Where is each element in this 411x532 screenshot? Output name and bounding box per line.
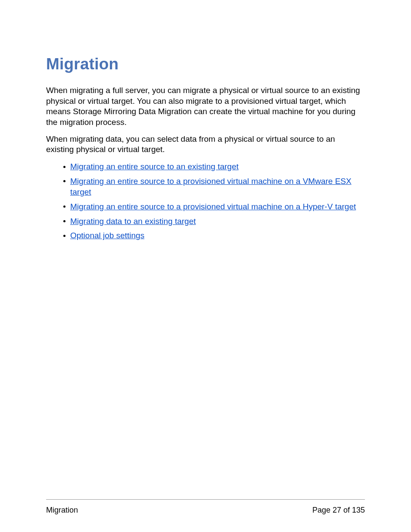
link-migrate-vmware-esx[interactable]: Migrating an entire source to a provisio… bbox=[70, 177, 352, 197]
link-migrate-hyper-v[interactable]: Migrating an entire source to a provisio… bbox=[70, 202, 356, 211]
link-optional-job-settings[interactable]: Optional job settings bbox=[70, 231, 144, 240]
body-paragraph: When migrating data, you can select data… bbox=[46, 134, 365, 155]
list-item: Migrating an entire source to an existin… bbox=[64, 161, 365, 172]
footer-section-label: Migration bbox=[46, 506, 78, 515]
list-item: Migrating an entire source to a provisio… bbox=[64, 176, 365, 198]
link-list: Migrating an entire source to an existin… bbox=[46, 161, 365, 241]
list-item: Optional job settings bbox=[64, 230, 365, 241]
list-item: Migrating an entire source to a provisio… bbox=[64, 201, 365, 212]
link-migrate-data-existing[interactable]: Migrating data to an existing target bbox=[70, 217, 196, 226]
link-migrate-existing-target[interactable]: Migrating an entire source to an existin… bbox=[70, 162, 239, 171]
footer-page-number: Page 27 of 135 bbox=[312, 506, 365, 515]
footer-row: Migration Page 27 of 135 bbox=[46, 506, 365, 515]
list-item: Migrating data to an existing target bbox=[64, 216, 365, 227]
footer-divider bbox=[46, 499, 365, 500]
page-title: Migration bbox=[46, 55, 365, 73]
document-page: Migration When migrating a full server, … bbox=[0, 0, 411, 532]
page-footer: Migration Page 27 of 135 bbox=[46, 499, 365, 515]
body-paragraph: When migrating a full server, you can mi… bbox=[46, 85, 365, 128]
